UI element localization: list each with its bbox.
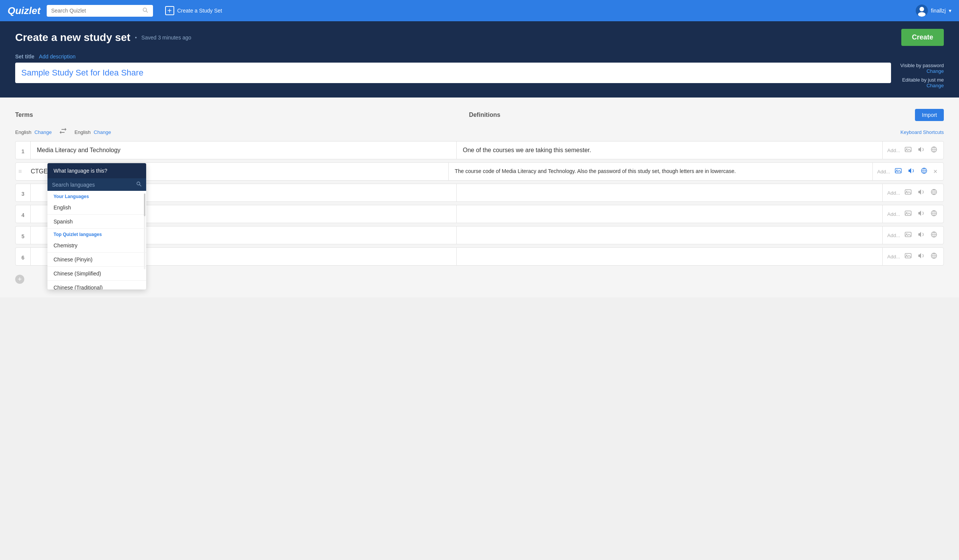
page-title: Create a new study set [15,32,130,44]
chevron-down-icon: ▾ [949,8,951,14]
create-button[interactable]: Create [901,29,944,46]
list-item[interactable]: Chinese (Pinyin) [48,253,146,267]
image-icon[interactable] [903,251,913,262]
defs-lang-change[interactable]: Change [94,129,111,135]
list-item[interactable]: English [48,201,146,215]
language-icon[interactable] [929,187,939,199]
table-row: ≡ CTGE6261 The course code of Media Lite… [15,162,944,181]
username: finallzj [931,8,946,14]
language-icon[interactable] [929,145,939,156]
visibility-change-btn[interactable]: Change [926,68,944,74]
set-title-label: Set title [15,52,35,60]
terms-lang-change[interactable]: Change [35,129,52,135]
logo[interactable]: Quizlet [8,5,41,17]
table-row: 5 Add... [15,226,944,244]
visibility-label: Visible by password [900,63,944,68]
image-icon[interactable] [903,187,913,199]
definition-input[interactable] [457,248,882,265]
table-row: 1 Media Literacy and Technology One of t… [15,141,944,159]
list-item[interactable]: Spanish [48,215,146,229]
create-study-set-nav-btn[interactable]: + Create a Study Set [165,6,222,15]
terms-lang-text: English [15,129,32,135]
svg-point-8 [896,170,897,171]
definitions-column-label: Definitions [461,111,915,118]
terms-header: Terms Definitions Import [15,105,944,125]
image-icon[interactable] [903,145,913,156]
audio-icon[interactable] [916,145,926,156]
svg-point-17 [906,233,907,234]
swap-icon[interactable] [59,128,67,137]
search-icon [142,7,148,14]
definition-input[interactable] [457,184,882,202]
svg-rect-13 [905,211,911,215]
svg-rect-10 [905,190,911,194]
list-item[interactable]: Chinese (Traditional) [48,281,146,290]
page-title-area: Create a new study set • Saved 3 minutes… [15,32,191,44]
image-icon[interactable] [903,229,913,241]
table-row: 4 Add... [15,205,944,223]
add-image-label[interactable]: Add... [887,148,900,153]
search-input[interactable] [51,8,139,14]
svg-point-22 [137,182,140,185]
svg-point-2 [919,7,924,11]
editable-change-btn[interactable]: Change [926,83,944,88]
add-card-button[interactable]: + [15,275,24,284]
plus-icon: + [165,6,174,15]
image-icon[interactable] [893,166,903,177]
card-actions: Add... [882,248,943,265]
import-button[interactable]: Import [915,109,944,121]
language-icon[interactable] [919,166,929,177]
card-actions: Add... [882,184,943,202]
svg-point-5 [906,148,907,150]
keyboard-shortcuts-link[interactable]: Keyboard Shortcuts [900,129,944,135]
svg-point-0 [143,8,147,11]
image-icon[interactable] [903,208,913,220]
terms-column-label: Terms [15,111,461,118]
user-area[interactable]: finallzj ▾ [916,5,951,17]
svg-line-23 [140,185,142,187]
add-description-link[interactable]: Add description [39,52,76,60]
svg-point-11 [906,191,907,192]
add-image-label[interactable]: Add... [887,254,900,259]
dropdown-search-area [48,178,146,191]
svg-line-1 [146,11,148,13]
language-icon[interactable] [929,229,939,241]
search-bar [47,5,153,17]
list-item[interactable]: Chinese (Simplified) [48,267,146,281]
add-image-label[interactable]: Add... [887,232,900,238]
language-search-input[interactable] [52,182,133,188]
definition-input[interactable]: The course code of Media Literacy and Te… [449,163,873,180]
title-input[interactable] [15,63,891,83]
audio-icon[interactable] [916,187,926,199]
audio-icon[interactable] [916,208,926,220]
definition-input[interactable] [457,205,882,223]
svg-point-14 [906,212,907,213]
your-languages-label: Your Languages [48,191,146,201]
list-item[interactable]: Chemistry [48,239,146,253]
scrollbar-thumb[interactable] [144,194,145,216]
audio-icon[interactable] [906,166,916,177]
card-number: 3 [16,184,31,202]
definition-input[interactable] [457,226,882,244]
defs-lang-text: English [75,129,91,135]
card-number: 6 [16,248,31,265]
language-dropdown: What language is this? Your Languages En… [48,163,146,290]
term-input[interactable]: Media Literacy and Technology [31,142,457,159]
close-icon[interactable]: × [932,166,939,177]
svg-rect-16 [905,232,911,237]
main-header: Quizlet + Create a Study Set finallzj ▾ [0,0,959,21]
terms-lang-selector: English Change [15,129,52,135]
add-image-label[interactable]: Add... [887,211,900,217]
saved-indicator: Saved 3 minutes ago [141,35,191,41]
audio-icon[interactable] [916,251,926,262]
language-icon[interactable] [929,208,939,220]
add-image-label[interactable]: Add... [887,190,900,196]
svg-rect-7 [895,169,901,173]
page-header: Create a new study set • Saved 3 minutes… [0,21,959,97]
add-image-label[interactable]: Add... [878,169,890,175]
audio-icon[interactable] [916,229,926,241]
svg-rect-4 [905,147,911,152]
language-icon[interactable] [929,251,939,262]
drag-handle[interactable]: ≡ [16,163,25,180]
definition-input[interactable]: One of the courses we are taking this se… [457,142,882,159]
